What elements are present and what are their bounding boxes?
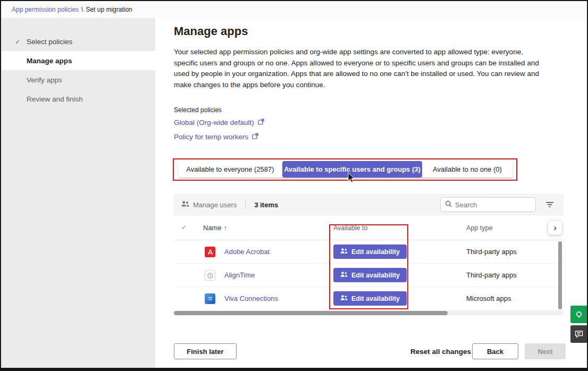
table-row-viva-connections: Viva Connections Edit availability Micro… [174,287,564,310]
sort-ascending-icon: ↑ [224,224,227,232]
column-header-name[interactable]: Name↑ [203,224,227,232]
policy-link-label: Policy for temp workers [174,133,248,141]
sidebar-item-label: Review and finish [27,95,83,103]
page-description: Your selected app permission policies an… [174,47,547,90]
search-input[interactable] [455,201,531,209]
search-icon [445,200,452,209]
edit-availability-button[interactable]: Edit availability [333,268,407,282]
sidebar-item-label: Select policies [27,38,72,46]
next-button[interactable]: Next [525,343,566,359]
breadcrumb-link-app-permission-policies[interactable]: App permission policies [12,6,79,13]
tab-available-to-no-one[interactable]: Available to no one (0) [422,161,513,178]
select-all-check-icon[interactable]: ✓ [181,224,187,231]
app-type-value: Third-party apps [466,248,517,256]
policy-link-temp-workers[interactable]: Policy for temp workers [174,133,258,141]
horizontal-scrollbar-thumb[interactable] [174,311,448,315]
set-up-migration-page: App permission policies \ Set up migrati… [0,0,588,371]
apps-table-toolbar: Manage users 3 items [174,193,564,216]
finish-later-button[interactable]: Finish later [174,343,237,359]
page-title: Manage apps [174,24,248,38]
sidebar-item-label: Verify apps [27,76,62,84]
wizard-steps-sidebar: ✓ Select policies Manage apps Verify app… [1,18,155,368]
sidebar-item-manage-apps[interactable]: Manage apps [1,51,155,70]
sidebar-item-select-policies[interactable]: ✓ Select policies [1,32,155,51]
edit-availability-label: Edit availability [351,248,400,256]
vertical-scrollbar-thumb[interactable] [558,241,562,309]
search-box [440,197,536,212]
completed-check-icon: ✓ [15,38,21,46]
horizontal-scrollbar [174,311,564,315]
edit-availability-label: Edit availability [351,295,400,302]
sidebar-item-review-and-finish[interactable]: Review and finish [1,89,155,108]
app-name-link[interactable]: AlignTime [224,271,255,279]
column-header-app-type: App type [466,224,492,232]
manage-users-button[interactable]: Manage users [181,200,237,209]
back-button[interactable]: Back [472,343,518,359]
sidebar-item-label: Manage apps [27,57,72,65]
column-header-available-to: Available to [333,224,367,232]
app-name-link[interactable]: Viva Connections [224,294,278,302]
table-row-aligntime: AlignTime Edit availability Third-party … [174,264,564,287]
filter-icon[interactable] [543,198,556,211]
main-content: Manage apps Your selected app permission… [155,18,587,368]
availability-tabs: Available to everyone (2587) Available t… [178,161,513,178]
people-icon [340,248,348,256]
edit-availability-button[interactable]: Edit availability [333,244,407,259]
policy-link-label: Global (Org-wide default) [174,119,254,127]
table-row-adobe-acrobat: Adobe Acrobat Edit availability Third-pa… [174,240,564,264]
breadcrumb: App permission policies \ Set up migrati… [1,1,587,18]
breadcrumb-current-page: Set up migration [86,6,132,13]
reset-all-changes-button[interactable]: Reset all changes [410,343,471,359]
people-icon [181,200,189,209]
browser-extension-badge-icon[interactable] [570,306,587,323]
items-count: 3 items [254,201,278,209]
viva-connections-app-icon [205,293,215,304]
scroll-right-button[interactable]: › [548,220,562,235]
apps-table-header: ✓ Name↑ Available to App type › [174,216,564,240]
manage-users-label: Manage users [193,201,237,209]
breadcrumb-separator: \ [81,6,83,13]
app-name-link[interactable]: Adobe Acrobat [224,248,270,256]
edit-availability-button[interactable]: Edit availability [333,291,407,306]
selected-policies-label: Selected policies [174,106,222,114]
toolbar-divider [245,200,246,209]
external-link-icon [252,133,258,141]
external-link-icon [258,119,264,127]
chevron-right-icon: › [553,223,557,232]
edit-availability-label: Edit availability [351,272,400,279]
tab-available-to-everyone[interactable]: Available to everyone (2587) [178,161,282,178]
policy-link-global-default[interactable]: Global (Org-wide default) [174,119,264,127]
app-type-value: Microsoft apps [466,294,511,302]
feedback-chat-badge-icon[interactable] [570,325,587,343]
mouse-cursor-icon [348,172,356,186]
people-icon [340,294,348,302]
adobe-acrobat-app-icon [205,247,215,257]
app-type-value: Third-party apps [466,271,517,279]
people-icon [340,271,348,279]
sidebar-item-verify-apps[interactable]: Verify apps [1,70,155,89]
aligntime-app-icon [205,270,215,281]
